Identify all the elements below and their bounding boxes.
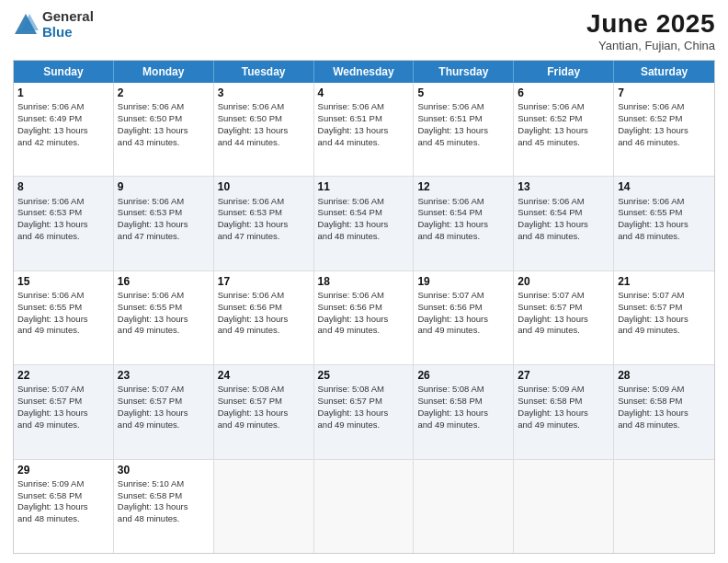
cal-cell-day-20: 20Sunrise: 5:07 AM Sunset: 6:57 PM Dayli… xyxy=(514,271,614,364)
cell-sunrise-text: Sunrise: 5:07 AM Sunset: 6:57 PM Dayligh… xyxy=(618,290,711,337)
cal-cell-day-7: 7Sunrise: 5:06 AM Sunset: 6:52 PM Daylig… xyxy=(614,83,714,176)
cell-sunrise-text: Sunrise: 5:10 AM Sunset: 6:58 PM Dayligh… xyxy=(118,478,210,525)
day-number: 29 xyxy=(17,463,109,477)
day-number: 19 xyxy=(417,274,509,289)
day-number: 26 xyxy=(417,368,509,383)
cell-sunrise-text: Sunrise: 5:07 AM Sunset: 6:57 PM Dayligh… xyxy=(518,290,609,337)
cell-sunrise-text: Sunrise: 5:06 AM Sunset: 6:55 PM Dayligh… xyxy=(17,290,109,337)
logo-icon xyxy=(13,12,39,38)
cal-cell-day-23: 23Sunrise: 5:07 AM Sunset: 6:57 PM Dayli… xyxy=(114,365,214,458)
cell-sunrise-text: Sunrise: 5:09 AM Sunset: 6:58 PM Dayligh… xyxy=(618,384,711,431)
cell-sunrise-text: Sunrise: 5:09 AM Sunset: 6:58 PM Dayligh… xyxy=(518,384,609,431)
day-number: 21 xyxy=(618,274,711,289)
cal-cell-day-13: 13Sunrise: 5:06 AM Sunset: 6:54 PM Dayli… xyxy=(514,177,614,270)
cell-sunrise-text: Sunrise: 5:06 AM Sunset: 6:56 PM Dayligh… xyxy=(218,290,310,337)
cell-sunrise-text: Sunrise: 5:08 AM Sunset: 6:58 PM Dayligh… xyxy=(417,384,509,431)
cal-cell-day-15: 15Sunrise: 5:06 AM Sunset: 6:55 PM Dayli… xyxy=(14,271,114,364)
calendar: SundayMondayTuesdayWednesdayThursdayFrid… xyxy=(13,60,715,554)
cal-cell-day-11: 11Sunrise: 5:06 AM Sunset: 6:54 PM Dayli… xyxy=(314,177,415,270)
cal-cell-day-2: 2Sunrise: 5:06 AM Sunset: 6:50 PM Daylig… xyxy=(114,83,214,176)
cell-sunrise-text: Sunrise: 5:06 AM Sunset: 6:53 PM Dayligh… xyxy=(118,196,210,243)
cal-cell-empty xyxy=(614,460,714,553)
header-day-sunday: Sunday xyxy=(14,61,114,83)
cell-sunrise-text: Sunrise: 5:07 AM Sunset: 6:57 PM Dayligh… xyxy=(17,384,109,431)
cal-cell-day-28: 28Sunrise: 5:09 AM Sunset: 6:58 PM Dayli… xyxy=(614,365,714,458)
day-number: 12 xyxy=(417,179,509,194)
day-number: 14 xyxy=(618,179,711,194)
header-day-tuesday: Tuesday xyxy=(214,61,314,83)
cell-sunrise-text: Sunrise: 5:06 AM Sunset: 6:50 PM Dayligh… xyxy=(218,101,310,148)
header-day-wednesday: Wednesday xyxy=(314,61,415,83)
cal-cell-day-24: 24Sunrise: 5:08 AM Sunset: 6:57 PM Dayli… xyxy=(214,365,314,458)
cal-cell-day-6: 6Sunrise: 5:06 AM Sunset: 6:52 PM Daylig… xyxy=(514,83,614,176)
day-number: 7 xyxy=(618,86,711,100)
day-number: 2 xyxy=(118,86,210,100)
page: General Blue June 2025 Yantian, Fujian, … xyxy=(0,0,728,563)
header-day-saturday: Saturday xyxy=(614,61,714,83)
cal-cell-day-18: 18Sunrise: 5:06 AM Sunset: 6:56 PM Dayli… xyxy=(314,271,415,364)
day-number: 16 xyxy=(118,274,210,289)
cal-cell-day-30: 30Sunrise: 5:10 AM Sunset: 6:58 PM Dayli… xyxy=(114,460,214,553)
cal-cell-day-25: 25Sunrise: 5:08 AM Sunset: 6:57 PM Dayli… xyxy=(314,365,415,458)
cell-sunrise-text: Sunrise: 5:06 AM Sunset: 6:54 PM Dayligh… xyxy=(417,196,509,243)
calendar-body: 1Sunrise: 5:06 AM Sunset: 6:49 PM Daylig… xyxy=(14,83,714,553)
logo-general-label: General xyxy=(42,9,94,25)
cal-week-row: 15Sunrise: 5:06 AM Sunset: 6:55 PM Dayli… xyxy=(14,271,714,365)
day-number: 10 xyxy=(218,179,310,194)
cell-sunrise-text: Sunrise: 5:06 AM Sunset: 6:53 PM Dayligh… xyxy=(218,196,310,243)
title-month: June 2025 xyxy=(586,9,715,39)
cal-cell-empty xyxy=(314,460,415,553)
cell-sunrise-text: Sunrise: 5:06 AM Sunset: 6:49 PM Dayligh… xyxy=(17,101,109,148)
header: General Blue June 2025 Yantian, Fujian, … xyxy=(13,9,715,52)
day-number: 6 xyxy=(518,86,609,100)
cell-sunrise-text: Sunrise: 5:06 AM Sunset: 6:52 PM Dayligh… xyxy=(518,101,609,148)
cell-sunrise-text: Sunrise: 5:06 AM Sunset: 6:52 PM Dayligh… xyxy=(618,101,711,148)
day-number: 28 xyxy=(618,368,711,383)
day-number: 3 xyxy=(218,86,310,100)
day-number: 1 xyxy=(17,86,109,100)
cell-sunrise-text: Sunrise: 5:07 AM Sunset: 6:56 PM Dayligh… xyxy=(417,290,509,337)
day-number: 17 xyxy=(218,274,310,289)
cal-cell-day-5: 5Sunrise: 5:06 AM Sunset: 6:51 PM Daylig… xyxy=(414,83,514,176)
cal-cell-day-22: 22Sunrise: 5:07 AM Sunset: 6:57 PM Dayli… xyxy=(14,365,114,458)
day-number: 5 xyxy=(417,86,509,100)
logo: General Blue xyxy=(13,9,94,40)
cal-week-row: 1Sunrise: 5:06 AM Sunset: 6:49 PM Daylig… xyxy=(14,83,714,177)
cal-cell-day-14: 14Sunrise: 5:06 AM Sunset: 6:55 PM Dayli… xyxy=(614,177,714,270)
cal-cell-empty xyxy=(214,460,314,553)
cal-cell-day-3: 3Sunrise: 5:06 AM Sunset: 6:50 PM Daylig… xyxy=(214,83,314,176)
cal-cell-day-27: 27Sunrise: 5:09 AM Sunset: 6:58 PM Dayli… xyxy=(514,365,614,458)
title-block: June 2025 Yantian, Fujian, China xyxy=(586,9,715,52)
day-number: 30 xyxy=(118,463,210,477)
cal-cell-day-29: 29Sunrise: 5:09 AM Sunset: 6:58 PM Dayli… xyxy=(14,460,114,553)
cell-sunrise-text: Sunrise: 5:06 AM Sunset: 6:51 PM Dayligh… xyxy=(417,101,509,148)
day-number: 23 xyxy=(118,368,210,383)
cal-cell-day-17: 17Sunrise: 5:06 AM Sunset: 6:56 PM Dayli… xyxy=(214,271,314,364)
cell-sunrise-text: Sunrise: 5:07 AM Sunset: 6:57 PM Dayligh… xyxy=(118,384,210,431)
cell-sunrise-text: Sunrise: 5:06 AM Sunset: 6:55 PM Dayligh… xyxy=(618,196,711,243)
logo-blue-label: Blue xyxy=(42,25,94,40)
day-number: 22 xyxy=(17,368,109,383)
cell-sunrise-text: Sunrise: 5:06 AM Sunset: 6:51 PM Dayligh… xyxy=(318,101,410,148)
title-location: Yantian, Fujian, China xyxy=(586,39,715,52)
cal-cell-day-16: 16Sunrise: 5:06 AM Sunset: 6:55 PM Dayli… xyxy=(114,271,214,364)
calendar-header-row: SundayMondayTuesdayWednesdayThursdayFrid… xyxy=(14,61,714,83)
cal-cell-day-10: 10Sunrise: 5:06 AM Sunset: 6:53 PM Dayli… xyxy=(214,177,314,270)
cal-cell-day-12: 12Sunrise: 5:06 AM Sunset: 6:54 PM Dayli… xyxy=(414,177,514,270)
day-number: 25 xyxy=(318,368,410,383)
cell-sunrise-text: Sunrise: 5:06 AM Sunset: 6:54 PM Dayligh… xyxy=(518,196,609,243)
cell-sunrise-text: Sunrise: 5:08 AM Sunset: 6:57 PM Dayligh… xyxy=(318,384,410,431)
day-number: 24 xyxy=(218,368,310,383)
cell-sunrise-text: Sunrise: 5:09 AM Sunset: 6:58 PM Dayligh… xyxy=(17,478,109,525)
cal-week-row: 22Sunrise: 5:07 AM Sunset: 6:57 PM Dayli… xyxy=(14,365,714,459)
day-number: 4 xyxy=(318,86,410,100)
day-number: 11 xyxy=(318,179,410,194)
header-day-friday: Friday xyxy=(514,61,614,83)
cal-week-row: 29Sunrise: 5:09 AM Sunset: 6:58 PM Dayli… xyxy=(14,460,714,553)
day-number: 18 xyxy=(318,274,410,289)
header-day-thursday: Thursday xyxy=(414,61,514,83)
day-number: 20 xyxy=(518,274,609,289)
cell-sunrise-text: Sunrise: 5:06 AM Sunset: 6:55 PM Dayligh… xyxy=(118,290,210,337)
cell-sunrise-text: Sunrise: 5:06 AM Sunset: 6:53 PM Dayligh… xyxy=(17,196,109,243)
cell-sunrise-text: Sunrise: 5:06 AM Sunset: 6:56 PM Dayligh… xyxy=(318,290,410,337)
